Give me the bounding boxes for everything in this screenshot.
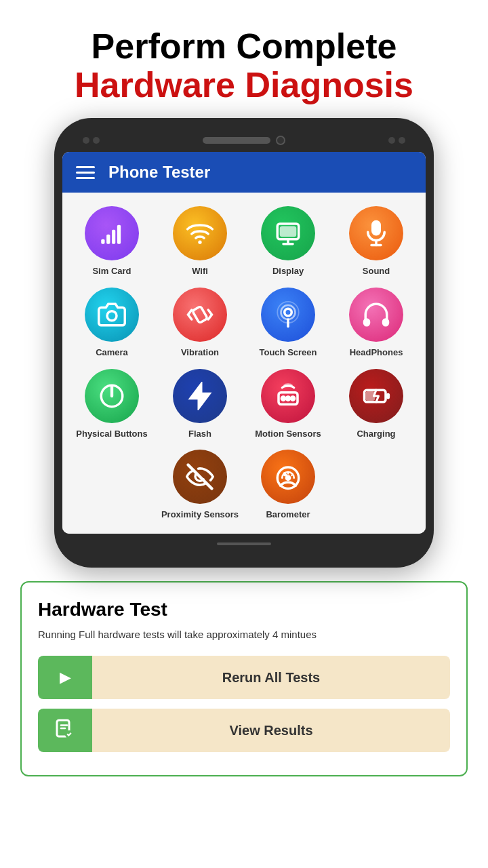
svg-point-12 xyxy=(285,309,292,316)
barometer-icon-circle xyxy=(261,450,315,504)
camera-item[interactable]: Camera xyxy=(69,288,155,358)
svg-rect-3 xyxy=(117,225,121,244)
headphones-icon-circle xyxy=(349,288,403,342)
document-icon xyxy=(53,718,77,743)
svg-rect-1 xyxy=(106,235,110,244)
svg-marker-19 xyxy=(190,384,209,408)
sim-card-item[interactable]: Sim Card xyxy=(69,206,155,277)
flash-label: Flash xyxy=(188,429,211,439)
phone-mockup: Phone Tester Sim Card xyxy=(54,118,434,567)
svg-point-22 xyxy=(286,396,289,399)
wifi-label: Wifi xyxy=(192,266,208,277)
rerun-label[interactable]: Rerun All Tests xyxy=(92,656,450,699)
grid-spacer xyxy=(69,450,155,520)
svg-rect-7 xyxy=(373,222,380,235)
barometer-item[interactable]: Barometer xyxy=(245,450,331,520)
charging-label: Charging xyxy=(357,429,395,439)
hamburger-line xyxy=(76,172,95,174)
svg-line-30 xyxy=(283,475,285,476)
svg-rect-16 xyxy=(384,319,388,326)
sound-item[interactable]: Sound xyxy=(333,206,419,277)
proximity-sensors-item[interactable]: Proximity Sensors xyxy=(157,450,243,520)
touch-screen-label: Touch Screen xyxy=(259,347,317,358)
vibration-item[interactable]: Vibration xyxy=(157,288,243,358)
svg-rect-11 xyxy=(192,306,208,323)
header-line1: Perform Complete xyxy=(20,27,468,66)
charging-item[interactable]: Charging xyxy=(333,369,419,439)
view-results-button[interactable]: View Results xyxy=(38,709,450,752)
menu-button[interactable] xyxy=(76,166,95,179)
motion-icon xyxy=(274,382,302,410)
flash-icon xyxy=(186,382,214,410)
svg-point-4 xyxy=(198,241,201,244)
header-section: Perform Complete Hardware Diagnosis xyxy=(0,0,488,118)
wifi-icon xyxy=(186,219,214,248)
headphones-icon xyxy=(362,300,390,329)
display-icon xyxy=(274,219,302,248)
svg-rect-2 xyxy=(112,230,115,244)
view-results-icon xyxy=(38,709,92,752)
phone-dot xyxy=(93,137,100,144)
app-header: Phone Tester xyxy=(62,152,426,193)
gauge-icon xyxy=(274,462,302,491)
headphones-label: HeadPhones xyxy=(350,347,403,358)
rerun-button[interactable]: ▶ Rerun All Tests xyxy=(38,656,450,699)
phone-bottom xyxy=(62,534,426,554)
eye-off-icon xyxy=(186,462,214,491)
wifi-item[interactable]: Wifi xyxy=(157,206,243,277)
motion-sensors-label: Motion Sensors xyxy=(255,429,321,439)
charging-icon-circle xyxy=(349,369,403,423)
camera-icon xyxy=(98,300,126,329)
svg-point-10 xyxy=(107,311,117,321)
touch-screen-icon-circle xyxy=(261,288,315,342)
vibration-icon xyxy=(186,300,214,329)
sim-card-icon-circle xyxy=(85,206,139,260)
hardware-test-card: Hardware Test Running Full hardware test… xyxy=(20,581,468,777)
physical-buttons-label: Physical Buttons xyxy=(76,429,147,439)
phone-speaker xyxy=(203,137,270,144)
camera-icon-circle xyxy=(85,288,139,342)
touch-icon xyxy=(274,300,302,329)
flash-item[interactable]: Flash xyxy=(157,369,243,439)
motion-sensors-icon-circle xyxy=(261,369,315,423)
svg-point-23 xyxy=(291,396,294,399)
hamburger-line xyxy=(76,166,95,168)
wifi-icon-circle xyxy=(173,206,227,260)
svg-line-31 xyxy=(291,475,293,476)
svg-point-21 xyxy=(281,396,285,399)
svg-rect-15 xyxy=(365,319,369,326)
power-icon xyxy=(98,382,126,410)
battery-icon xyxy=(362,382,390,410)
flash-icon-circle xyxy=(173,369,227,423)
display-icon-circle xyxy=(261,206,315,260)
physical-buttons-item[interactable]: Physical Buttons xyxy=(69,369,155,439)
svg-point-29 xyxy=(286,476,289,479)
motion-sensors-item[interactable]: Motion Sensors xyxy=(245,369,331,439)
phone-dot xyxy=(83,137,89,144)
barometer-label: Barometer xyxy=(266,509,310,520)
header-line2: Hardware Diagnosis xyxy=(20,66,468,104)
display-label: Display xyxy=(272,266,304,277)
camera-label: Camera xyxy=(96,347,128,358)
headphones-item[interactable]: HeadPhones xyxy=(333,288,419,358)
icon-grid: Sim Card Wifi xyxy=(62,193,426,533)
mic-icon xyxy=(362,219,390,248)
sim-card-label: Sim Card xyxy=(92,266,131,277)
hardware-test-title: Hardware Test xyxy=(38,599,450,620)
phone-dot xyxy=(399,137,405,144)
svg-point-13 xyxy=(281,305,296,319)
hardware-test-description: Running Full hardware tests will take ap… xyxy=(38,627,450,643)
phone-camera xyxy=(276,136,285,145)
touch-screen-item[interactable]: Touch Screen xyxy=(245,288,331,358)
physical-buttons-icon-circle xyxy=(85,369,139,423)
results-label[interactable]: View Results xyxy=(92,709,450,752)
grid-spacer2 xyxy=(333,450,419,520)
app-screen: Phone Tester Sim Card xyxy=(62,152,426,533)
display-item[interactable]: Display xyxy=(245,206,331,277)
svg-rect-0 xyxy=(101,239,104,244)
rerun-play-icon: ▶ xyxy=(38,656,92,699)
app-title: Phone Tester xyxy=(108,163,210,182)
vibration-label: Vibration xyxy=(181,347,219,358)
svg-rect-26 xyxy=(367,392,374,399)
proximity-sensors-label: Proximity Sensors xyxy=(161,509,239,520)
